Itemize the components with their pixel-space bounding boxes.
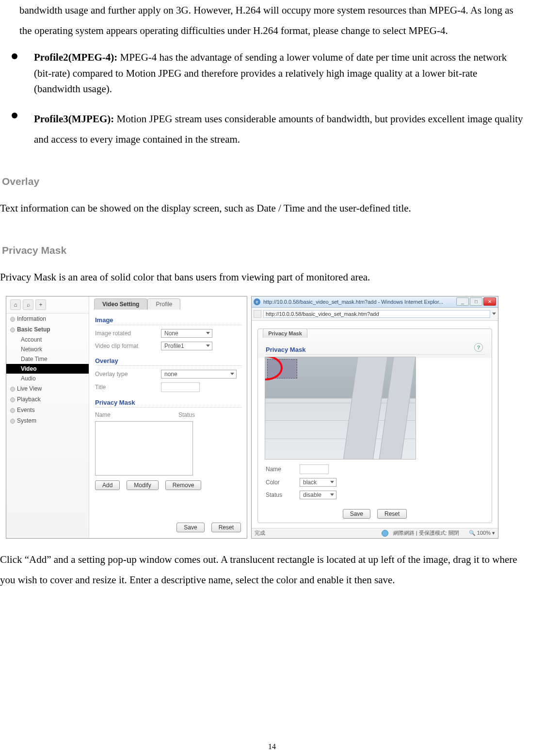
maximize-button[interactable]: □ — [470, 297, 482, 306]
profile3-label: Profile3(MJPEG): — [34, 113, 114, 125]
popup-section-head: Privacy Mask — [266, 346, 485, 355]
save-button[interactable]: Save — [176, 523, 204, 532]
reset-button[interactable]: Reset — [211, 523, 241, 532]
sidebar-item-information[interactable]: Information — [6, 313, 89, 324]
sidebar-item-account[interactable]: Account — [6, 335, 89, 345]
sidebar-item-network[interactable]: Network — [6, 345, 89, 354]
address-bar[interactable]: http://10.0.0.58/basic_video_set_mask.ht… — [263, 310, 490, 318]
popup-select-color[interactable]: black — [300, 478, 336, 487]
popup-select-status[interactable]: disable — [300, 491, 336, 499]
sidebar-label-system: System — [17, 417, 36, 424]
sidebar-item-audio[interactable]: Audio — [6, 374, 89, 383]
screenshot-settings-panel: ⌂ ⌕ + Information Basic Setup Account Ne… — [6, 296, 247, 539]
sidebar-item-playback[interactable]: Playback — [6, 394, 89, 405]
section-image: Image — [95, 316, 242, 325]
status-zoom-value: 100% — [477, 530, 491, 536]
plus-icon[interactable]: + — [35, 299, 46, 310]
bullet-profile3: Profile3(MJPEG): Motion JPEG stream uses… — [0, 109, 525, 149]
section-privacy-mask: Privacy Mask — [95, 399, 242, 408]
label-video-clip-format: Video clip format — [95, 343, 153, 349]
popup-input-name[interactable] — [300, 464, 329, 474]
popup-label-color: Color — [266, 479, 292, 486]
input-overlay-title[interactable] — [161, 382, 200, 392]
privacy-intro: Privacy Mask is an area of solid color t… — [0, 267, 525, 287]
find-icon[interactable]: ⌕ — [23, 299, 33, 310]
label-overlay-title: Title — [95, 384, 153, 391]
camera-preview[interactable] — [265, 357, 416, 460]
window-title: http://10.0.0.58/basic_video_set_mask.ht… — [263, 299, 453, 305]
popup-save-button[interactable]: Save — [343, 509, 370, 519]
remove-button[interactable]: Remove — [165, 480, 202, 490]
minimize-button[interactable]: _ — [456, 297, 469, 306]
globe-icon — [382, 530, 388, 537]
sidebar-label-events: Events — [17, 407, 35, 413]
help-icon[interactable]: ? — [474, 343, 483, 352]
label-overlay-type: Overlay type — [95, 371, 153, 378]
screenshot-popup-panel: e http://10.0.0.58/basic_video_set_mask.… — [251, 296, 498, 539]
col-header-name: Name — [95, 411, 111, 418]
sidebar-item-basic-setup[interactable]: Basic Setup — [6, 324, 89, 335]
close-button[interactable]: ✕ — [483, 297, 496, 306]
sidebar-label-live: Live View — [17, 385, 42, 392]
sidebar-item-video[interactable]: Video — [6, 364, 89, 374]
favicon-icon: e — [254, 298, 260, 305]
section-overlay: Overlay — [95, 357, 242, 366]
window-titlebar: e http://10.0.0.58/basic_video_set_mask.… — [252, 296, 498, 308]
sidebar-item-events[interactable]: Events — [6, 405, 89, 415]
label-image-rotated: Image rotated — [95, 330, 153, 337]
privacy-outro: Click “Add” and a setting pop-up window … — [0, 549, 525, 590]
status-zoom[interactable]: 🔍 100% ▾ — [469, 530, 495, 536]
privacy-heading: Privacy Mask — [0, 245, 544, 256]
dropdown-icon[interactable] — [492, 312, 496, 315]
sidebar-item-live-view[interactable]: Live View — [6, 383, 89, 394]
select-overlay-type[interactable]: none — [161, 370, 237, 378]
tab-video-setting[interactable]: Video Setting — [94, 298, 147, 310]
col-header-status: Status — [178, 411, 195, 418]
overlay-heading: Overlay — [0, 176, 544, 187]
sidebar-item-system[interactable]: System — [6, 415, 89, 426]
sidebar-item-datetime[interactable]: Date Time — [6, 354, 89, 364]
bullet-profile2: Profile2(MPEG-4): MPEG-4 has the advanta… — [0, 49, 525, 97]
tab-profile[interactable]: Profile — [147, 298, 180, 310]
select-image-rotated[interactable]: None — [161, 329, 212, 338]
popup-label-status: Status — [266, 492, 292, 498]
popup-reset-button[interactable]: Reset — [377, 509, 407, 519]
page-favicon — [254, 310, 261, 318]
sidebar-label-information: Information — [17, 315, 46, 322]
mask-listbox[interactable] — [95, 421, 193, 476]
popup-tab-privacy-mask[interactable]: Privacy Mask — [263, 329, 307, 338]
home-icon[interactable]: ⌂ — [10, 299, 21, 310]
profile2-label: Profile2(MPEG-4): — [34, 51, 117, 63]
status-done: 完成 — [255, 529, 265, 537]
intro-paragraph: bandwidth usage and further apply on 3G.… — [19, 0, 525, 41]
popup-label-name: Name — [266, 466, 292, 473]
sidebar-label-basic: Basic Setup — [17, 326, 50, 333]
sidebar-label-playback: Playback — [17, 396, 41, 403]
page-number: 14 — [0, 742, 544, 751]
add-button[interactable]: Add — [95, 480, 120, 490]
status-network: 網際網路 | 受保護模式: 關閉 — [393, 529, 459, 537]
overlay-text: Text information can be showed on the di… — [0, 198, 525, 218]
select-video-clip-format[interactable]: Profile1 — [161, 342, 212, 350]
modify-button[interactable]: Modify — [127, 480, 158, 490]
